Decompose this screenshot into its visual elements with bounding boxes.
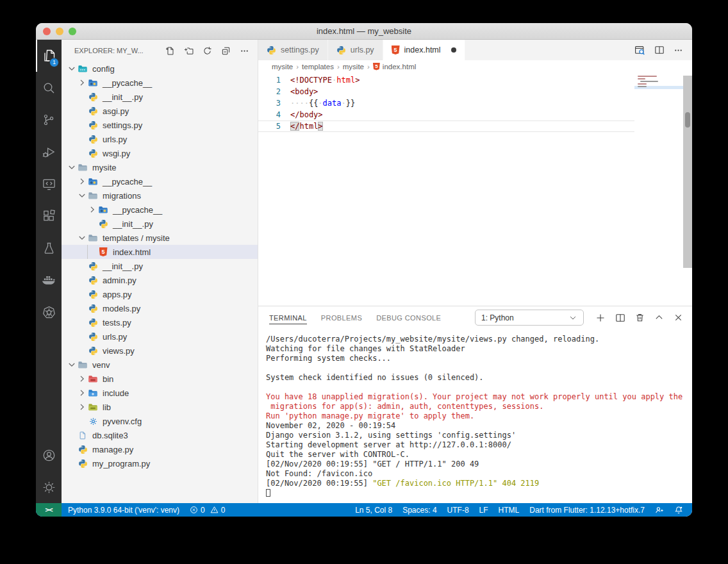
chevron-down-icon[interactable] (67, 63, 77, 74)
code-line-2[interactable]: 2<body> (258, 86, 692, 97)
collapse-folders-button[interactable] (219, 44, 233, 58)
tree-item-db-sqlite3[interactable]: db.sqlite3 (62, 428, 258, 442)
panel-tab-debug-console[interactable]: DEBUG CONSOLE (369, 306, 448, 329)
code-line-1[interactable]: 1<!DOCTYPE·html> (258, 74, 692, 86)
panel-tab-problems[interactable]: PROBLEMS (314, 306, 369, 329)
breadcrumb-item[interactable]: templates (302, 63, 334, 70)
tree-item-admin-py[interactable]: admin.py (62, 273, 258, 287)
tree-item-pyvenv-cfg[interactable]: pyvenv.cfg (62, 414, 258, 428)
new-folder-button[interactable] (181, 44, 195, 58)
status-cursor-position[interactable]: Ln 5, Col 8 (350, 503, 397, 517)
problems-summary[interactable]: 0 0 (185, 503, 230, 517)
tree-item-settings-py[interactable]: settings.py (62, 118, 258, 132)
maximize-panel-button[interactable] (654, 313, 664, 322)
tab-index-html[interactable]: 5index.html (383, 40, 465, 60)
activity-item-kubernetes[interactable] (36, 296, 62, 328)
activity-item-accounts[interactable] (36, 439, 62, 471)
new-file-button[interactable] (163, 44, 177, 58)
chevron-right-icon[interactable] (77, 78, 87, 88)
tree-item-urls-py[interactable]: urls.py (62, 329, 258, 344)
tree-item-my-program-py[interactable]: my_program.py (62, 456, 258, 470)
code-line-4[interactable]: 4</body> (258, 109, 692, 120)
code-line-5[interactable]: 5</html> (258, 120, 692, 132)
editor-scrollbar[interactable] (683, 76, 692, 268)
views-and-more-actions-button[interactable] (237, 44, 251, 58)
python-interpreter[interactable]: Python 3.9.0 64-bit ('venv': venv) (62, 503, 185, 517)
chevron-down-icon[interactable] (67, 162, 77, 172)
breadcrumb-item[interactable]: mysite (272, 63, 293, 70)
chevron-right-icon[interactable] (77, 374, 87, 384)
status-dart-flutter[interactable]: Dart from Flutter: 1.12.13+hotfix.7 (524, 503, 650, 517)
code-editor[interactable]: 1<!DOCTYPE·html>2<body>3····{{·data·}}4<… (258, 72, 692, 306)
tree-item--init-py[interactable]: __init__.py (62, 259, 258, 273)
tree-item-include[interactable]: include (62, 386, 258, 400)
close-panel-button[interactable] (674, 313, 683, 322)
split-editor-button[interactable] (654, 45, 665, 55)
refresh-explorer-button[interactable] (200, 44, 214, 58)
activity-item-run-debug[interactable] (36, 136, 62, 168)
modified-dot[interactable] (451, 47, 456, 53)
tree-item-index-html[interactable]: 5index.html (62, 245, 258, 259)
activity-item-extensions[interactable] (36, 200, 62, 232)
tree-item-asgi-py[interactable]: asgi.py (62, 104, 258, 118)
terminal-picker[interactable]: 1: Python (475, 310, 584, 326)
minimap[interactable] (634, 72, 683, 306)
tweet-feedback-button[interactable] (650, 503, 669, 517)
status-end-of-line[interactable]: LF (474, 503, 493, 517)
tree-item-config[interactable]: config (62, 62, 258, 76)
tree-item-mysite[interactable]: mysite (62, 160, 258, 174)
tree-item-urls-py[interactable]: urls.py (62, 132, 258, 146)
chevron-down-icon[interactable] (67, 360, 77, 370)
tree-item-manage-py[interactable]: manage.py (62, 442, 258, 456)
tree-item--pycache-[interactable]: __pycache__ (62, 76, 258, 90)
chevron-right-icon[interactable] (87, 204, 97, 215)
activity-item-docker[interactable] (36, 264, 62, 296)
tab-urls-py[interactable]: urls.py (328, 40, 383, 60)
activity-item-remote-explorer[interactable] (36, 168, 62, 200)
open-preview-button[interactable] (634, 45, 645, 56)
code-line-3[interactable]: 3····{{·data·}} (258, 97, 692, 109)
tree-item-tests-py[interactable]: tests.py (62, 315, 258, 329)
chevron-right-icon[interactable] (77, 402, 87, 412)
tree-item-bin[interactable]: bin (62, 372, 258, 386)
panel-tab-terminal[interactable]: TERMINAL (269, 306, 314, 329)
tab-settings-py[interactable]: settings.py (258, 40, 328, 60)
tree-item-venv[interactable]: venv (62, 358, 258, 372)
tree-item--pycache-[interactable]: __pycache__ (62, 174, 258, 188)
scrollbar-thumb[interactable] (685, 112, 690, 128)
tree-item-apps-py[interactable]: apps.py (62, 287, 258, 301)
breadcrumb-file[interactable]: 5index.html (373, 63, 416, 70)
tree-item--pycache-[interactable]: __pycache__ (62, 203, 258, 217)
terminal-output[interactable]: /Users/ducoterra/Projects/my_website/mys… (258, 329, 692, 503)
activity-item-explorer[interactable]: 1 (36, 40, 62, 72)
tree-item-templates-mysite[interactable]: templates / mysite (62, 231, 258, 245)
tree-item--init-py[interactable]: __init__.py (62, 217, 258, 231)
activity-item-testing[interactable] (36, 232, 62, 264)
status-indentation[interactable]: Spaces: 4 (397, 503, 442, 517)
breadcrumb-item[interactable]: mysite (343, 63, 364, 70)
chevron-right-icon[interactable] (77, 176, 87, 187)
tree-item-migrations[interactable]: migrations (62, 188, 258, 203)
chevron-right-icon[interactable] (77, 388, 87, 398)
activity-item-search[interactable] (36, 72, 62, 104)
split-terminal-button[interactable] (615, 313, 625, 323)
status-encoding[interactable]: UTF-8 (442, 503, 474, 517)
tree-item-models-py[interactable]: models.py (62, 301, 258, 315)
tree-item--init-py[interactable]: __init__.py (62, 90, 258, 104)
activity-item-source-control[interactable] (36, 104, 62, 136)
activity-item-manage[interactable] (36, 471, 62, 503)
zoom-window-button[interactable] (69, 28, 76, 35)
close-window-button[interactable] (43, 28, 51, 35)
chevron-down-icon[interactable] (77, 190, 87, 201)
kill-terminal-button[interactable] (635, 313, 645, 322)
tree-item-views-py[interactable]: views.py (62, 344, 258, 358)
tree-item-lib[interactable]: lib (62, 400, 258, 414)
status-language-mode[interactable]: HTML (493, 503, 525, 517)
tree-item-wsgi-py[interactable]: wsgi.py (62, 146, 258, 160)
new-terminal-button[interactable] (595, 313, 606, 323)
minimize-window-button[interactable] (56, 28, 63, 35)
chevron-down-icon[interactable] (77, 233, 87, 243)
remote-indicator[interactable]: >< (36, 503, 62, 517)
more-actions-button[interactable] (674, 46, 683, 55)
notifications-button[interactable] (669, 503, 688, 517)
